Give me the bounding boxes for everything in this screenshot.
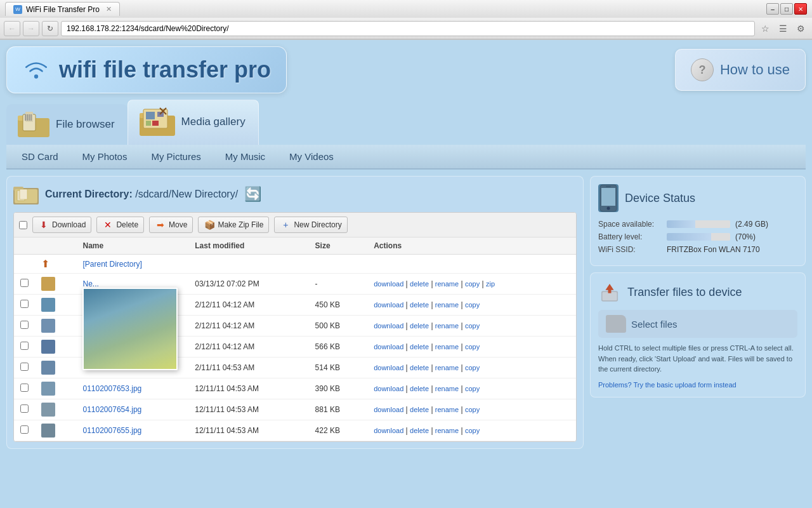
svg-rect-30 — [608, 289, 612, 293]
action-download[interactable]: download — [374, 322, 403, 330]
battery-bar-fill — [667, 233, 711, 241]
row-checkbox[interactable] — [20, 363, 29, 371]
svg-rect-22 — [20, 189, 27, 199]
row-checkbox[interactable] — [20, 279, 29, 287]
tab-media-gallery[interactable]: Media gallery — [128, 100, 259, 145]
titlebar: W WiFi File Transfer Pro ✕ – □ ✕ — [0, 0, 812, 18]
action-rename[interactable]: rename — [435, 364, 459, 371]
space-bar — [667, 220, 730, 228]
select-files-box[interactable]: Select files — [598, 310, 797, 338]
action-download[interactable]: download — [374, 385, 403, 392]
file-name-link[interactable]: Ne... — [82, 279, 98, 288]
subnav-myvideos[interactable]: My Videos — [287, 150, 336, 163]
logo-box: wifi file transfer pro — [6, 46, 287, 93]
svg-rect-14 — [146, 121, 151, 126]
folder-icon — [13, 183, 39, 206]
action-copy[interactable]: copy — [465, 322, 480, 330]
download-button[interactable]: ⬇ Download — [32, 217, 91, 233]
file-name-link[interactable]: 01102007654.jpg — [82, 405, 141, 414]
action-download[interactable]: download — [374, 280, 403, 288]
parent-directory-row: ⬆ [Parent Directory] — [14, 255, 576, 274]
row-checkbox[interactable] — [20, 425, 29, 434]
svg-rect-26 — [606, 186, 611, 187]
action-copy[interactable]: copy — [465, 406, 480, 413]
star-icon[interactable]: ☆ — [757, 21, 773, 36]
delete-button[interactable]: ✕ Delete — [96, 217, 144, 233]
settings-icon[interactable]: ⚙ — [793, 21, 808, 36]
action-download[interactable]: download — [374, 364, 403, 371]
action-download[interactable]: download — [374, 301, 403, 309]
action-delete[interactable]: delete — [410, 343, 429, 351]
action-delete[interactable]: delete — [410, 322, 429, 330]
action-rename[interactable]: rename — [435, 280, 459, 288]
row-checkbox[interactable] — [20, 300, 29, 308]
svg-point-25 — [607, 207, 610, 210]
action-rename[interactable]: rename — [435, 301, 459, 309]
minimize-button[interactable]: – — [766, 3, 779, 15]
refresh-icon[interactable]: 🔄 — [244, 186, 261, 203]
device-status-heading: Device Status — [625, 192, 695, 205]
tab-close-btn[interactable]: ✕ — [106, 5, 112, 13]
action-rename[interactable]: rename — [435, 322, 459, 330]
file-actions: download | delete | rename | copy — [367, 358, 576, 378]
menu-icon[interactable]: ☰ — [775, 21, 790, 36]
action-download[interactable]: download — [374, 427, 403, 434]
file-actions: download | delete | rename | copy — [367, 420, 576, 441]
sub-navigation: SD Card My Photos My Pictures My Music M… — [6, 145, 806, 170]
subnav-mymusic[interactable]: My Music — [223, 150, 268, 163]
wifi-ssid-row: WiFi SSID: FRITZBox Fon WLAN 7170 — [598, 245, 797, 254]
new-directory-button[interactable]: + New Directory — [274, 217, 347, 233]
action-delete[interactable]: delete — [410, 280, 429, 288]
file-thumbnail — [41, 382, 55, 396]
action-delete[interactable]: delete — [410, 364, 429, 371]
maximize-button[interactable]: □ — [780, 3, 793, 15]
action-copy[interactable]: copy — [465, 301, 480, 309]
forward-button[interactable]: → — [23, 21, 39, 36]
action-rename[interactable]: rename — [435, 385, 459, 392]
action-rename[interactable]: rename — [435, 406, 459, 413]
row-checkbox[interactable] — [20, 342, 29, 350]
file-name-link[interactable]: 01102007653.jpg — [82, 384, 141, 393]
subnav-mypictures[interactable]: My Pictures — [148, 150, 203, 163]
action-delete[interactable]: delete — [410, 301, 429, 309]
file-thumbnail — [41, 340, 55, 354]
move-button[interactable]: ➡ Move — [149, 217, 193, 233]
back-button[interactable]: ← — [4, 21, 20, 36]
current-dir-label: Current Directory: /sdcard/New Directory… — [45, 189, 238, 200]
action-copy[interactable]: copy — [465, 427, 480, 434]
subnav-myphotos[interactable]: My Photos — [80, 150, 130, 163]
row-checkbox[interactable] — [20, 404, 29, 413]
action-delete[interactable]: delete — [410, 406, 429, 413]
how-to-use-button[interactable]: ? How to use — [675, 49, 806, 91]
tab-file-browser[interactable]: File browser — [6, 104, 128, 145]
folder-icon — [41, 277, 55, 291]
space-bar-fill — [667, 220, 695, 228]
browser-tab[interactable]: W WiFi File Transfer Pro ✕ — [5, 2, 120, 16]
action-copy[interactable]: copy — [465, 343, 480, 351]
action-copy[interactable]: copy — [465, 385, 480, 392]
action-delete[interactable]: delete — [410, 385, 429, 392]
space-value: (2.49 GB) — [735, 220, 768, 229]
file-name-link[interactable]: 01102007655.jpg — [82, 426, 141, 435]
action-rename[interactable]: rename — [435, 427, 459, 434]
row-checkbox[interactable] — [20, 321, 29, 329]
row-checkbox[interactable] — [20, 384, 29, 392]
action-copy[interactable]: copy — [465, 364, 480, 371]
basic-upload-link[interactable]: Problems? Try the basic upload form inst… — [598, 381, 737, 389]
action-copy[interactable]: copy — [465, 280, 480, 288]
file-actions: download | delete | rename | copy — [367, 295, 576, 316]
action-rename[interactable]: rename — [435, 343, 459, 351]
svg-rect-28 — [603, 292, 617, 300]
action-download[interactable]: download — [374, 343, 403, 351]
zip-button[interactable]: 📦 Make Zip File — [198, 217, 269, 233]
reload-button[interactable]: ↻ — [42, 21, 58, 36]
action-zip[interactable]: zip — [486, 280, 495, 288]
file-modified-date: 12/11/11 04:53 AM — [188, 378, 308, 399]
address-bar[interactable] — [61, 21, 755, 36]
select-all-checkbox[interactable] — [19, 221, 27, 229]
close-button[interactable]: ✕ — [794, 3, 807, 15]
action-delete[interactable]: delete — [410, 427, 429, 434]
action-download[interactable]: download — [374, 406, 403, 413]
parent-dir-link[interactable]: [Parent Directory] — [76, 255, 188, 274]
subnav-sdcard[interactable]: SD Card — [19, 150, 61, 163]
